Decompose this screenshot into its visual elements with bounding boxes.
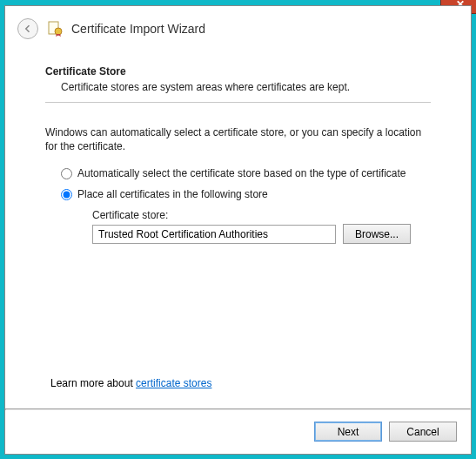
store-input[interactable] — [92, 225, 336, 244]
browse-button[interactable]: Browse... — [343, 224, 411, 244]
store-label: Certificate store: — [92, 209, 431, 221]
learn-more: Learn more about certificate stores — [50, 377, 211, 389]
radio-auto-select[interactable]: Automatically select the certificate sto… — [61, 167, 431, 179]
radio-auto-label: Automatically select the certificate sto… — [77, 167, 406, 179]
certificate-icon — [47, 21, 63, 37]
learn-more-prefix: Learn more about — [50, 377, 136, 389]
next-button[interactable]: Next — [314, 422, 382, 442]
radio-place-label: Place all certificates in the following … — [77, 188, 268, 200]
wizard-footer: Next Cancel — [5, 410, 471, 454]
section-title: Certificate Store — [45, 65, 431, 78]
divider — [45, 102, 431, 103]
intro-text: Windows can automatically select a certi… — [45, 125, 431, 153]
store-block: Certificate store: Browse... — [92, 209, 431, 244]
radio-auto-input[interactable] — [61, 168, 72, 179]
radio-place-all[interactable]: Place all certificates in the following … — [61, 188, 431, 200]
cancel-button[interactable]: Cancel — [389, 422, 457, 442]
store-row: Browse... — [92, 224, 431, 244]
back-button[interactable] — [17, 18, 38, 39]
radio-place-input[interactable] — [61, 189, 72, 200]
store-selection-group: Automatically select the certificate sto… — [61, 167, 431, 244]
wizard-title: Certificate Import Wizard — [71, 22, 205, 36]
svg-point-1 — [55, 28, 62, 35]
wizard-window: Certificate Import Wizard Certificate St… — [4, 5, 472, 455]
wizard-content: Certificate Store Certificate stores are… — [5, 48, 471, 408]
section-description: Certificate stores are system areas wher… — [61, 81, 431, 93]
wizard-header: Certificate Import Wizard — [5, 6, 471, 48]
learn-more-link[interactable]: certificate stores — [136, 377, 211, 389]
back-arrow-icon — [23, 24, 33, 34]
